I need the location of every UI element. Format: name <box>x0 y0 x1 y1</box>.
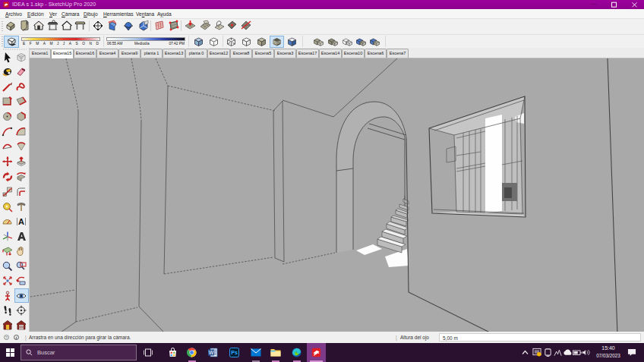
svg-text:W: W <box>209 350 214 355</box>
svg-text:Ps: Ps <box>231 350 238 355</box>
svg-text:A: A <box>18 217 24 226</box>
